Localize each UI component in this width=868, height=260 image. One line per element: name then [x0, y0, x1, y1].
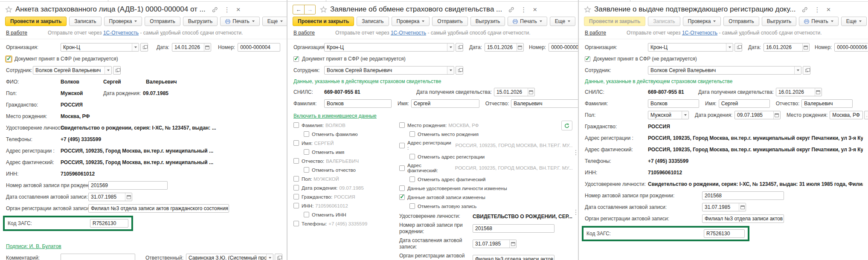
calendar-button[interactable] — [739, 203, 746, 211]
act-number-input[interactable]: 201568 — [702, 191, 784, 200]
birthplace-input[interactable]: Москва, РФ — [830, 111, 863, 119]
print-button[interactable]: Печать — [799, 17, 838, 26]
signatures-link[interactable]: Подписи: И. В. Булатов — [6, 243, 61, 249]
1c-reporting-link[interactable]: 1С-Отчетность — [391, 30, 426, 36]
send-button[interactable]: Отправить — [723, 17, 759, 26]
zags-input[interactable]: R7526130 — [90, 219, 128, 228]
identity-changed-checkbox[interactable] — [399, 185, 405, 191]
first-name-input[interactable]: Сергей — [719, 99, 770, 108]
middle-name-input[interactable]: Валерьевич — [801, 99, 853, 108]
close-icon[interactable]: × — [533, 6, 537, 13]
accepted-checkbox[interactable] — [585, 56, 590, 62]
check-button[interactable]: Проверка — [683, 17, 721, 26]
forward-button[interactable]: → — [304, 5, 315, 14]
status-state-link[interactable]: В работе — [6, 30, 27, 36]
calendar-button[interactable] — [509, 240, 516, 248]
cancel-birthplace-checkbox[interactable] — [409, 131, 415, 137]
more-menu-icon[interactable]: ⋮ — [224, 6, 230, 13]
reg-address-checkbox[interactable] — [399, 143, 405, 148]
sex-checkbox[interactable] — [293, 176, 299, 182]
dropdown-button[interactable] — [726, 43, 733, 51]
cancel-firstname-checkbox[interactable] — [304, 149, 309, 155]
1c-reporting-link[interactable]: 1С-Отчетность — [103, 30, 139, 36]
save-button[interactable]: Записать — [69, 17, 101, 26]
status-state-link[interactable]: В работе — [293, 30, 315, 36]
print-button[interactable]: Печать — [220, 17, 259, 26]
birthdate-input[interactable]: 09.07.1985 — [734, 111, 781, 119]
inn-checkbox[interactable] — [293, 203, 299, 208]
export-button[interactable]: Выгрузить — [183, 17, 218, 26]
sex-input[interactable]: Мужской — [648, 111, 689, 119]
calendar-button[interactable] — [528, 88, 534, 96]
dropdown-button[interactable] — [266, 254, 273, 260]
act-record-changed-checkbox[interactable] — [399, 194, 405, 200]
number-input[interactable]: 0000-000004 — [238, 43, 280, 52]
check-button[interactable]: Проверка — [392, 17, 430, 26]
open-form-button[interactable] — [734, 43, 742, 52]
export-button[interactable]: Выгрузить — [762, 17, 797, 26]
fact-address-checkbox[interactable] — [399, 165, 405, 171]
dropdown-button[interactable] — [132, 43, 139, 51]
calendar-button[interactable] — [773, 111, 780, 119]
act-date-input[interactable]: 31.07.1985 — [88, 193, 132, 201]
act-number-input[interactable]: 201569 — [88, 181, 168, 190]
employee-input[interactable]: Волков Сергей Валерьевич — [324, 66, 454, 75]
export-button[interactable]: Выгрузить — [470, 17, 505, 26]
middle-name-input[interactable]: Валерьевич — [511, 99, 578, 108]
act-date-input[interactable]: 31.07.1985 — [702, 203, 746, 211]
act-org-input[interactable]: Филиал №3 отдела записи актов гражданско… — [88, 204, 229, 213]
cancel-reg-address-checkbox[interactable] — [409, 154, 415, 159]
status-state-link[interactable]: В работе — [585, 30, 606, 36]
open-form-button[interactable] — [113, 66, 121, 75]
lastname-checkbox[interactable] — [293, 122, 299, 128]
close-icon[interactable]: × — [826, 6, 830, 13]
1c-reporting-link[interactable]: 1С-Отчетность — [682, 30, 717, 36]
send-button[interactable]: Отправить — [432, 17, 468, 26]
calendar-button[interactable] — [204, 43, 211, 51]
accepted-checkbox[interactable] — [6, 56, 12, 62]
post-and-close-button[interactable]: Провести и закрыть — [584, 17, 645, 26]
accepted-checkbox[interactable] — [293, 56, 299, 62]
dropdown-button[interactable] — [682, 111, 688, 119]
open-form-button[interactable] — [803, 66, 810, 75]
date-input[interactable]: 15.01.2026 — [485, 43, 524, 52]
comment-input[interactable] — [61, 254, 135, 260]
zags-input[interactable]: R7526130 — [704, 229, 745, 238]
calendar-button[interactable] — [815, 88, 822, 96]
more-button[interactable]: Еще — [262, 17, 287, 26]
splitter-grip[interactable] — [575, 210, 576, 211]
favorite-star-icon[interactable] — [584, 6, 591, 13]
last-name-input[interactable]: Волков — [324, 99, 392, 108]
number-input[interactable]: 0000-000005 — [549, 43, 578, 52]
date-input[interactable]: 14.01.2026 — [172, 43, 211, 52]
received-date-input[interactable]: 15.01.2026 — [494, 88, 535, 96]
act-number-input[interactable]: 201568 — [473, 224, 554, 233]
birthdate-checkbox[interactable] — [293, 185, 299, 191]
close-icon[interactable]: × — [236, 6, 241, 13]
save-button[interactable]: Записать — [648, 17, 680, 26]
act-date-input[interactable]: 31.07.1985 — [473, 240, 517, 248]
calendar-button[interactable] — [125, 193, 132, 201]
more-menu-icon[interactable]: ⋮ — [814, 6, 820, 13]
ellipsis-button[interactable]: … — [864, 111, 868, 119]
number-input[interactable]: 0000-000006 — [834, 43, 868, 52]
organization-input[interactable]: Крон-Ц — [648, 43, 733, 52]
dropdown-button[interactable] — [105, 66, 111, 74]
dropdown-button[interactable] — [447, 43, 454, 51]
more-menu-icon[interactable]: ⋮ — [520, 6, 527, 13]
cancel-inn-checkbox[interactable] — [304, 212, 309, 217]
responsible-input[interactable]: Савинская З.Ю. (Системный программ — [186, 254, 273, 260]
cancel-middlename-checkbox[interactable] — [304, 167, 309, 173]
date-input[interactable]: 16.01.2026 — [763, 43, 810, 52]
get-link-icon[interactable] — [508, 6, 514, 13]
middlename-checkbox[interactable] — [293, 158, 299, 164]
act-org-input[interactable]: Филиал №3 отдела записи актов гражданско… — [702, 214, 784, 223]
cancel-lastname-checkbox[interactable] — [304, 131, 309, 137]
save-button[interactable]: Записать — [357, 17, 389, 26]
post-and-close-button[interactable]: Провести и закрыть — [293, 17, 354, 26]
get-link-icon[interactable] — [212, 6, 218, 13]
employee-input[interactable]: Волков Сергей Валерьевич — [648, 66, 801, 75]
get-link-icon[interactable] — [801, 6, 808, 13]
phones-checkbox[interactable] — [293, 221, 299, 226]
organization-input[interactable]: Крон-Ц — [61, 43, 139, 52]
